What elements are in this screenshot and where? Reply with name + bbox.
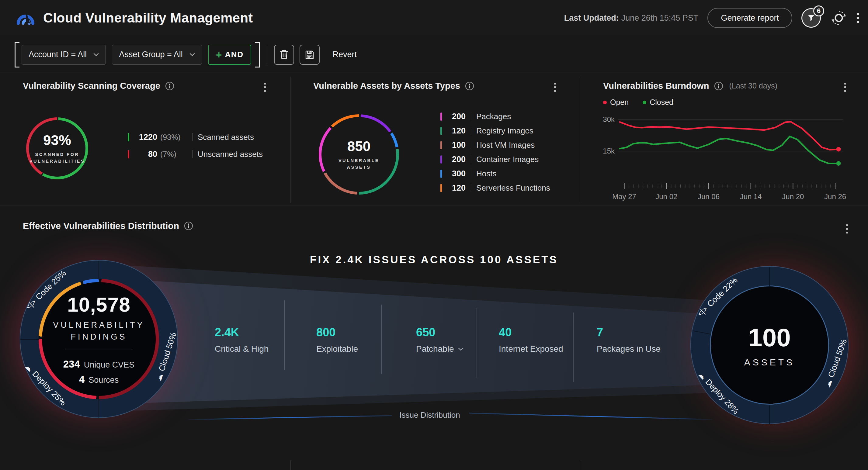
asset-types-menu[interactable]	[554, 83, 556, 92]
trash-icon	[279, 50, 289, 60]
panel-title-scanning-coverage: Vulnerability Scanning Coverage	[23, 81, 174, 91]
cloud-icon: ☁	[154, 372, 164, 382]
funnel-headline: FIX 2.4K ISSUES ACROSS 100 ASSETS	[0, 254, 868, 266]
scanning-coverage-menu[interactable]	[264, 83, 266, 92]
info-icon[interactable]	[714, 82, 723, 91]
section-divider	[0, 206, 868, 206]
issue-distribution-label: Issue Distribution	[392, 410, 468, 420]
refresh-button[interactable]	[830, 9, 848, 27]
bracket-right-decoration	[256, 42, 260, 67]
next-row-divider	[581, 460, 581, 470]
filter-bar: Account ID = AllAsset Group = All + AND …	[0, 36, 868, 73]
save-icon	[305, 50, 314, 60]
svg-text:15k: 15k	[603, 147, 615, 155]
legend-color-bar	[440, 155, 442, 163]
chevron-down-icon	[93, 53, 99, 56]
header-kebab-menu[interactable]	[857, 13, 859, 23]
legend-dot	[643, 101, 646, 104]
legend-color-bar	[128, 133, 129, 142]
code-icon: <|>	[24, 297, 38, 311]
stat-label: Exploitable	[316, 344, 358, 354]
next-row-divider	[290, 460, 291, 470]
chevron-down-icon	[189, 53, 195, 56]
panel-divider	[290, 76, 291, 203]
add-and-filter-button[interactable]: + AND	[208, 45, 251, 65]
legend-item[interactable]: 80(7%)Unscanned assets	[128, 150, 263, 159]
asset-types-legend: 200Packages120Registry Images100Host VM …	[440, 112, 550, 198]
svg-text:30k: 30k	[603, 115, 615, 123]
legend-color-bar	[440, 127, 442, 135]
funnel-stat-patchable[interactable]: 650Patchable	[416, 326, 464, 354]
revert-button[interactable]: Revert	[333, 50, 357, 59]
stat-value: 800	[316, 326, 358, 339]
filter-chip-dropdown[interactable]: Account ID = All	[22, 45, 106, 65]
funnel-stat-packages-in-use: 7Packages in Use	[597, 326, 660, 354]
distribution-menu[interactable]	[846, 224, 848, 233]
filter-chips: Account ID = AllAsset Group = All	[22, 45, 202, 65]
gauge-ring-divider	[769, 405, 770, 424]
distribution-title: Effective Vulnerabilities Distribution	[23, 221, 193, 231]
svg-text:Jun 06: Jun 06	[698, 192, 720, 201]
last-updated: Last Updated:June 26th 15:45 PST	[564, 13, 699, 23]
filter-button[interactable]: 6	[801, 8, 821, 28]
burndown-legend-item[interactable]: Closed	[643, 98, 673, 107]
issue-distribution-line-right	[469, 413, 712, 420]
sources-stat: 4 Sources	[79, 374, 119, 385]
assets-count: 100	[748, 323, 791, 352]
legend-dot	[603, 101, 607, 104]
funnel-stat-critical-high: 2.4KCritical & High	[215, 326, 269, 354]
info-icon[interactable]	[165, 82, 174, 91]
legend-item[interactable]: 100Host VM Images	[440, 140, 550, 150]
asset-types-donut: 850 VULNERABLE ASSETS	[319, 114, 399, 194]
svg-text:Jun 26: Jun 26	[824, 192, 846, 201]
delete-filters-button[interactable]	[274, 45, 294, 65]
burndown-menu[interactable]	[844, 83, 846, 92]
legend-item[interactable]: 200Container Images	[440, 155, 550, 164]
panel-divider	[581, 76, 581, 203]
info-icon[interactable]	[184, 221, 193, 230]
stat-value: 650	[416, 326, 464, 339]
prisma-cloud-logo	[16, 8, 35, 28]
legend-item[interactable]: 300Hosts	[440, 169, 550, 178]
save-filters-button[interactable]	[300, 45, 320, 65]
stat-label: Critical & High	[215, 344, 269, 354]
legend-item[interactable]: 120Registry Images	[440, 126, 550, 135]
last-updated-label: Last Updated:	[564, 13, 619, 23]
app-header: Cloud Vulnerability Management Last Upda…	[0, 0, 868, 36]
legend-color-bar	[440, 169, 442, 178]
info-icon[interactable]	[465, 82, 474, 91]
funnel-stat-divider	[381, 305, 382, 374]
vulnerability-findings-gauge: 10,578 VULNERABILITY FINDINGS 234 Unique…	[20, 260, 178, 418]
gauge-ring-divider	[98, 399, 99, 418]
svg-text:May 27: May 27	[612, 192, 636, 201]
legend-item[interactable]: 1220(93%)Scanned assets	[128, 132, 263, 142]
legend-color-bar	[440, 113, 442, 121]
legend-item[interactable]: 200Packages	[440, 112, 550, 121]
svg-text:Jun 02: Jun 02	[655, 192, 677, 201]
gauge-ring-divider	[769, 267, 770, 286]
filter-count-badge: 6	[813, 5, 824, 17]
stat-label: Patchable	[416, 344, 464, 354]
filter-chip-dropdown[interactable]: Asset Group = All	[112, 45, 202, 65]
cloud-icon: ☁	[696, 370, 708, 381]
issue-distribution-line-left	[189, 415, 392, 420]
stat-value: 2.4K	[215, 326, 269, 339]
stat-label: Internet Exposed	[499, 344, 563, 354]
generate-report-button[interactable]: Generate report	[707, 8, 792, 28]
stat-value: 7	[597, 326, 660, 339]
unique-cves-stat: 234 Unique CVES	[63, 358, 135, 370]
svg-text:Jun 20: Jun 20	[782, 192, 804, 201]
gauge-ring-divider	[98, 261, 99, 280]
findings-count: 10,578	[67, 293, 130, 316]
last-updated-value: June 26th 15:45 PST	[621, 13, 699, 23]
chevron-down-icon	[458, 347, 464, 351]
scanning-coverage-donut: 93% SCANNED FOR VULNERABILITIES	[26, 117, 88, 179]
svg-text:Jun 14: Jun 14	[740, 192, 762, 201]
legend-color-bar	[440, 141, 442, 149]
cloud-vulnerability-dashboard: Cloud Vulnerability Management Last Upda…	[0, 0, 868, 470]
burndown-legend-item[interactable]: Open	[603, 98, 629, 107]
scanning-coverage-legend: 1220(93%)Scanned assets80(7%)Unscanned a…	[128, 132, 263, 166]
legend-item[interactable]: 120Serverless Functions	[440, 183, 550, 192]
funnel-stat-divider	[476, 308, 477, 378]
core-divider	[65, 350, 133, 350]
